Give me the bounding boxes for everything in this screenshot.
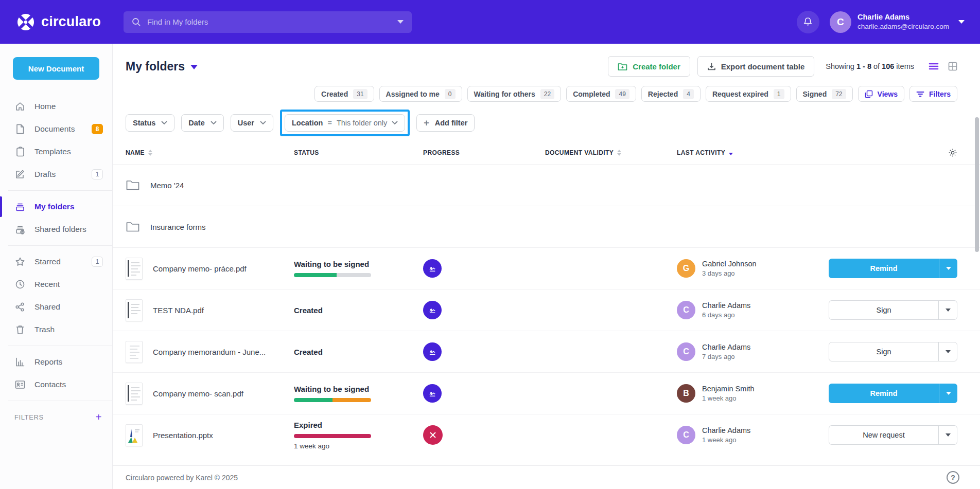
top-bar: circularo C Charlie Adams charlie.adams@… <box>0 0 980 44</box>
location-filter-dropdown[interactable]: Location = This folder only <box>285 114 405 132</box>
expired-icon[interactable] <box>423 425 443 445</box>
last-activity-name: Charlie Adams <box>702 426 750 435</box>
circularo-logo-icon <box>16 13 35 31</box>
chevron-down-icon <box>260 121 266 125</box>
sidebar-item-recent[interactable]: Recent <box>0 273 112 296</box>
signature-progress-icon[interactable] <box>423 342 442 361</box>
folder-name[interactable]: Memo '24 <box>150 181 184 190</box>
signature-progress-icon[interactable] <box>423 259 442 278</box>
table-row[interactable]: Company memo- práce.pdf Waiting to be si… <box>113 247 980 289</box>
table-settings-gear-icon[interactable] <box>948 148 957 157</box>
column-header-progress[interactable]: PROGRESS <box>423 149 545 156</box>
notifications-button[interactable] <box>797 11 819 33</box>
main-content: My folders Create folder Export document… <box>113 44 980 489</box>
sidebar-divider <box>8 190 112 191</box>
sidebar-item-label: Reports <box>34 357 62 367</box>
filters-button[interactable]: Filters <box>909 86 957 102</box>
document-name[interactable]: Company memo- práce.pdf <box>153 264 247 273</box>
chip-assigned-to-me[interactable]: Assigned to me 0 <box>379 86 462 102</box>
status-filter-dropdown[interactable]: Status <box>126 114 174 132</box>
action-dropdown-toggle[interactable] <box>939 259 957 278</box>
create-folder-button[interactable]: Create folder <box>608 56 690 77</box>
grid-view-button[interactable] <box>948 62 957 71</box>
sidebar-item-documents[interactable]: Documents 8 <box>0 118 112 140</box>
chip-completed[interactable]: Completed 49 <box>566 86 636 102</box>
sign-button[interactable]: Sign <box>829 300 957 320</box>
new-request-button[interactable]: New request <box>829 425 957 445</box>
status-chips-row: Created 31 Assigned to me 0 Waiting for … <box>113 78 980 102</box>
search-icon <box>132 17 141 27</box>
signature-progress-icon[interactable] <box>423 301 442 319</box>
sidebar-item-drafts[interactable]: Drafts 1 <box>0 163 112 186</box>
sidebar-item-label: Documents <box>34 124 75 134</box>
document-thumbnail <box>126 341 143 363</box>
sidebar-item-label: Recent <box>34 280 60 289</box>
sidebar-item-reports[interactable]: Reports <box>0 351 112 373</box>
status-text: Created <box>294 348 423 356</box>
sidebar-item-templates[interactable]: Templates <box>0 140 112 163</box>
sign-button[interactable]: Sign <box>829 342 957 361</box>
sidebar-item-my-folders[interactable]: My folders <box>0 195 112 218</box>
chevron-down-icon <box>211 121 217 125</box>
avatar: G <box>677 259 695 278</box>
sidebar-item-label: Trash <box>34 325 55 334</box>
action-dropdown-toggle[interactable] <box>939 384 957 403</box>
add-filter-button[interactable]: + Add filter <box>416 114 475 132</box>
chip-created[interactable]: Created 31 <box>314 86 374 102</box>
views-button[interactable]: Views <box>858 86 904 102</box>
signature-progress-icon[interactable] <box>423 384 442 403</box>
table-row[interactable]: Company memo- scan.pdf Waiting to be sig… <box>113 372 980 414</box>
action-dropdown-toggle[interactable] <box>938 301 957 319</box>
column-header-last-activity[interactable]: LAST ACTIVITY <box>677 149 829 156</box>
action-dropdown-toggle[interactable] <box>938 342 957 361</box>
table-row[interactable]: Insurance forms <box>113 206 980 247</box>
shared-folders-icon <box>14 224 26 234</box>
chip-rejected[interactable]: Rejected 4 <box>641 86 701 102</box>
new-document-button[interactable]: New Document <box>13 57 99 80</box>
help-button[interactable]: ? <box>947 471 959 484</box>
export-document-table-button[interactable]: Export document table <box>697 56 815 77</box>
column-header-name[interactable]: NAME <box>126 149 294 156</box>
table-row[interactable]: Company memorandum - June... Created C C… <box>113 331 980 372</box>
sidebar-item-starred[interactable]: Starred 1 <box>0 250 112 273</box>
views-icon <box>865 90 873 98</box>
user-email: charlie.adams@circularo.com <box>857 22 949 31</box>
sidebar-item-contacts[interactable]: Contacts <box>0 373 112 396</box>
sort-icon <box>617 150 621 156</box>
sort-icon <box>148 150 152 156</box>
document-name[interactable]: Presentation.pptx <box>153 431 213 440</box>
chip-signed[interactable]: Signed 72 <box>796 86 853 102</box>
add-saved-filter-button[interactable]: + <box>96 412 102 422</box>
brand[interactable]: circularo <box>0 13 124 31</box>
documents-badge: 8 <box>92 124 103 134</box>
remind-button[interactable]: Remind <box>829 259 957 278</box>
search-input[interactable] <box>147 17 391 26</box>
table-row[interactable]: Memo '24 <box>113 164 980 206</box>
table-row[interactable]: Presentation.pptx Expired 1 week ago C C… <box>113 414 980 456</box>
clock-icon <box>14 279 26 289</box>
document-name[interactable]: Company memo- scan.pdf <box>153 389 243 398</box>
search-bar[interactable] <box>124 11 412 33</box>
page-title[interactable]: My folders <box>126 60 198 74</box>
column-header-document-validity[interactable]: DOCUMENT VALIDITY <box>545 149 677 156</box>
sidebar-item-home[interactable]: Home <box>0 95 112 118</box>
search-scope-caret-icon[interactable] <box>397 20 404 24</box>
progress-bar <box>294 398 371 402</box>
chip-request-expired[interactable]: Request expired 1 <box>706 86 791 102</box>
list-view-button[interactable] <box>929 62 939 70</box>
document-name[interactable]: TEST NDA.pdf <box>153 306 204 315</box>
document-name[interactable]: Company memorandum - June... <box>153 348 266 356</box>
sidebar-item-trash[interactable]: Trash <box>0 318 112 341</box>
user-filter-dropdown[interactable]: User <box>231 114 273 132</box>
user-menu[interactable]: C Charlie Adams charlie.adams@circularo.… <box>830 11 965 33</box>
action-dropdown-toggle[interactable] <box>938 426 957 444</box>
column-header-status[interactable]: STATUS <box>294 149 423 156</box>
chip-waiting-for-others[interactable]: Waiting for others 22 <box>467 86 562 102</box>
folder-name[interactable]: Insurance forms <box>150 223 206 231</box>
sidebar-item-shared-folders[interactable]: Shared folders <box>0 218 112 241</box>
table-row[interactable]: TEST NDA.pdf Created C Charlie Adams 6 d… <box>113 289 980 331</box>
vertical-scrollbar[interactable] <box>975 117 979 252</box>
sidebar-item-shared[interactable]: Shared <box>0 296 112 318</box>
date-filter-dropdown[interactable]: Date <box>181 114 223 132</box>
remind-button[interactable]: Remind <box>829 384 957 403</box>
